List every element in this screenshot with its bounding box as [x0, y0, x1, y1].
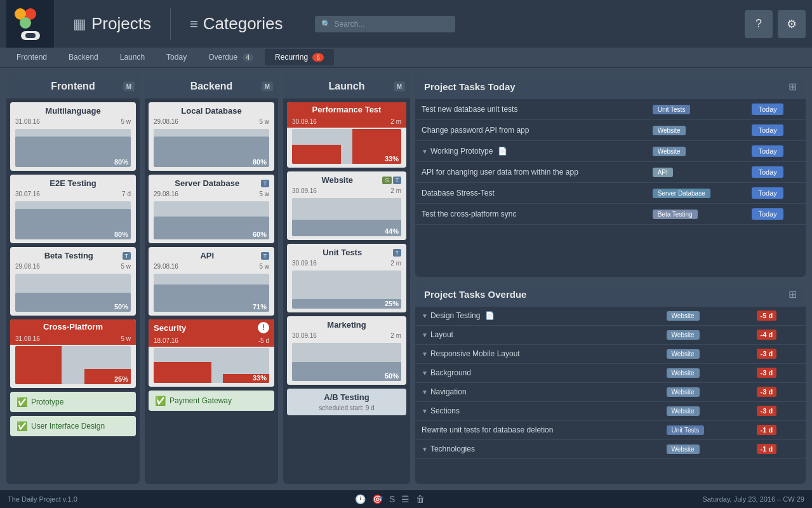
- task-name: Rewrite unit tests for database deletion: [415, 420, 660, 439]
- table-row: Test new database unit tests Unit Tests …: [415, 99, 806, 120]
- task-action[interactable]: Today: [745, 162, 806, 183]
- task-tag: Website: [660, 363, 750, 382]
- task-name: ▼Navigation: [415, 382, 660, 401]
- task-day: -3 d: [750, 401, 806, 420]
- completed-payment: ✅ Payment Gateway: [149, 391, 274, 411]
- tasks-overdue-table: ▼Design Testing 📄 Website -5 d ▼Layout W…: [415, 307, 806, 459]
- task-security[interactable]: Security ! 18.07.16-5 d 33%: [149, 319, 274, 387]
- recurring-badge: 6: [312, 53, 324, 62]
- task-meta: 30.09.162 m: [287, 331, 406, 342]
- task-name: API for changing user data from within t…: [415, 162, 646, 183]
- tab-backend[interactable]: Backend: [58, 49, 109, 65]
- tasks-today-header: Project Tasks Today ⊞: [415, 74, 806, 99]
- task-tag: Website: [660, 401, 750, 420]
- task-name: ▼Responsive Mobile Layout: [415, 344, 660, 363]
- task-website[interactable]: Website S T 30.09.162 m 44%: [287, 171, 406, 240]
- tab-today[interactable]: Today: [156, 49, 197, 65]
- completed-prototype: ✅ Prototype: [10, 392, 136, 412]
- task-beta[interactable]: Beta Testing T 29.08.165 w 50%: [10, 247, 136, 316]
- target-icon[interactable]: 🎯: [372, 494, 383, 504]
- task-name: Test new database unit tests: [415, 99, 646, 120]
- s-icon: S: [382, 177, 391, 184]
- task-e2e[interactable]: E2E Testing 30.07.167 d 80%: [10, 175, 136, 243]
- task-tag: Unit Tests: [646, 99, 746, 120]
- column-launch: Launch M Performance Test 30.09.162 m 33…: [283, 74, 410, 484]
- tab-frontend[interactable]: Frontend: [6, 49, 57, 65]
- s-icon[interactable]: S: [389, 494, 395, 504]
- search-box[interactable]: 🔍: [315, 16, 455, 32]
- task-action[interactable]: Today: [745, 183, 806, 204]
- settings-button[interactable]: ⚙: [778, 10, 806, 38]
- right-panel: Project Tasks Today ⊞ Test new database …: [415, 74, 806, 484]
- task-title: A/B Testing: [287, 389, 406, 403]
- task-localdb[interactable]: Local Database 29.08.165 w 80%: [149, 102, 274, 171]
- task-tag: Website: [660, 382, 750, 401]
- projects-icon: ▦: [73, 16, 86, 32]
- task-tag: Website: [646, 120, 746, 141]
- table-row: ▼Sections Website -3 d: [415, 401, 806, 420]
- search-icon: 🔍: [321, 20, 331, 29]
- launch-body: Performance Test 30.09.162 m 33% Website…: [283, 98, 410, 484]
- task-action[interactable]: Today: [745, 204, 806, 225]
- help-button[interactable]: ?: [745, 10, 773, 38]
- top-actions: ? ⚙: [745, 10, 806, 38]
- frontend-body: Multilanguage 31.08.165 w 80% E2E Testin…: [6, 98, 140, 484]
- task-day: -3 d: [750, 344, 806, 363]
- column-backend: Backend M Local Database 29.08.165 w 80%…: [145, 74, 278, 484]
- tasks-today-title: Project Tasks Today: [424, 81, 516, 92]
- categories-nav[interactable]: ≡ Categories: [177, 14, 296, 34]
- grid-icon-2[interactable]: ⊞: [789, 288, 797, 300]
- check-icon: ✅: [155, 396, 166, 406]
- task-title: Local Database: [149, 102, 274, 117]
- task-tag: Website: [660, 439, 750, 458]
- task-title: Marketing: [287, 316, 406, 331]
- task-bar: 80%: [154, 129, 269, 167]
- task-title: Multilanguage: [10, 102, 136, 117]
- tab-recurring[interactable]: Recurring 6: [265, 49, 334, 65]
- top-bar: ▦ Projects ≡ Categories 🔍 ? ⚙: [0, 0, 812, 48]
- task-serverdb[interactable]: Server Database T 29.08.165 w 60%: [149, 175, 274, 243]
- table-row: ▼Design Testing 📄 Website -5 d: [415, 307, 806, 326]
- task-action[interactable]: Today: [745, 141, 806, 162]
- task-meta: 30.09.162 m: [287, 117, 406, 128]
- task-scheduled: scheduled start: 9 d: [287, 403, 406, 415]
- security-meta: 18.07.16-5 d: [149, 336, 274, 347]
- launch-header: Launch M: [283, 74, 410, 98]
- search-input[interactable]: [335, 20, 449, 29]
- task-name: ▼Background: [415, 363, 660, 382]
- grid-icon[interactable]: ⊞: [789, 81, 797, 93]
- frontend-header: Frontend M: [6, 74, 140, 98]
- task-unittests[interactable]: Unit Tests T 30.09.162 m 25%: [287, 244, 406, 312]
- task-multilanguage[interactable]: Multilanguage 31.08.165 w 80%: [10, 102, 136, 171]
- task-tag: API: [646, 162, 746, 183]
- task-action[interactable]: Today: [745, 99, 806, 120]
- trash-icon[interactable]: 🗑: [416, 494, 425, 504]
- tab-launch[interactable]: Launch: [110, 49, 155, 65]
- task-api[interactable]: API T 29.08.165 w 71%: [149, 247, 274, 316]
- task-crossplatform[interactable]: Cross-Platform 31.08.165 w 25%: [10, 319, 136, 388]
- task-tag: Beta Testing: [646, 204, 746, 225]
- t-icon: T: [393, 177, 402, 184]
- table-row: ▼Navigation Website -3 d: [415, 382, 806, 401]
- task-meta: 29.08.165 w: [149, 117, 274, 128]
- categories-icon: ≡: [190, 16, 198, 32]
- tab-overdue[interactable]: Overdue 4: [198, 49, 263, 65]
- task-name: ▼Working Prototype 📄: [415, 141, 646, 162]
- table-row: ▼Working Prototype 📄 Website Today: [415, 141, 806, 162]
- clock-icon[interactable]: 🕐: [355, 494, 366, 504]
- task-title: Beta Testing: [15, 251, 123, 260]
- tasks-overdue-panel: Project Tasks Overdue ⊞ ▼Design Testing …: [415, 282, 806, 485]
- projects-nav[interactable]: ▦ Projects: [60, 14, 164, 34]
- task-action[interactable]: Today: [745, 120, 806, 141]
- task-tag: Website: [660, 307, 750, 326]
- task-abtesting[interactable]: A/B Testing scheduled start: 9 d: [287, 389, 406, 415]
- task-name: ▼Layout: [415, 325, 660, 344]
- task-bar: 60%: [154, 201, 269, 239]
- task-perftest[interactable]: Performance Test 30.09.162 m 33%: [287, 102, 406, 168]
- check-icon: ✅: [17, 421, 27, 431]
- task-marketing[interactable]: Marketing 30.09.162 m 50%: [287, 316, 406, 385]
- column-frontend: Frontend M Multilanguage 31.08.165 w 80%…: [6, 74, 140, 484]
- task-icon: T: [261, 252, 270, 260]
- list-icon[interactable]: ☰: [401, 494, 409, 504]
- task-icon: T: [123, 252, 131, 260]
